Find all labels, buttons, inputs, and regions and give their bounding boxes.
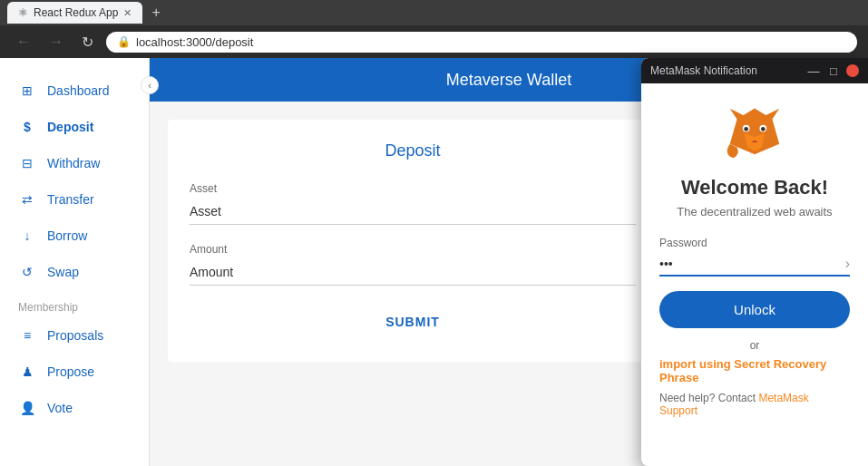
deposit-card: Deposit Asset Amount SUBMIT [168, 120, 658, 362]
app-layout: Metaverse Wallet ‹ ⊞ Dashboard $ Deposit… [0, 58, 868, 466]
sidebar-item-withdraw[interactable]: ⊟ Withdraw [0, 145, 149, 181]
amount-input[interactable] [190, 259, 636, 286]
svg-point-8 [761, 127, 766, 131]
metamask-close-button[interactable]: ✕ [846, 64, 859, 77]
withdraw-icon: ⊟ [18, 154, 36, 172]
metamask-import-link[interactable]: import using Secret Recovery Phrase [659, 357, 850, 384]
metamask-welcome-title: Welcome Back! [681, 176, 828, 199]
sidebar-label-vote: Vote [47, 401, 73, 415]
sidebar-label-deposit: Deposit [47, 120, 93, 134]
dashboard-icon: ⊞ [18, 82, 36, 100]
browser-chrome: ⚛ React Redux App ✕ + [0, 0, 868, 25]
metamask-password-wrapper: › [659, 253, 850, 277]
tab-favicon: ⚛ [18, 6, 28, 19]
sidebar-label-transfer: Transfer [47, 192, 94, 207]
metamask-body: Welcome Back! The decentralized web awai… [641, 83, 868, 466]
sidebar-label-withdraw: Withdraw [47, 156, 100, 170]
metamask-panel: MetaMask Notification — □ ✕ [641, 58, 868, 466]
transfer-icon: ⇄ [18, 190, 36, 209]
asset-label: Asset [190, 182, 636, 195]
asset-input[interactable] [190, 199, 636, 225]
sidebar-label-swap: Swap [47, 265, 79, 279]
metamask-help-text: Need help? Contact MetaMask Support [659, 392, 850, 417]
sidebar-item-borrow[interactable]: ↓ Borrow [0, 218, 149, 254]
proposals-icon: ≡ [18, 326, 36, 345]
active-tab: ⚛ React Redux App ✕ [7, 2, 142, 24]
amount-form-group: Amount [190, 243, 636, 286]
metamask-title: MetaMask Notification [650, 64, 757, 77]
back-button[interactable]: ← [11, 32, 36, 52]
browser-nav: ← → ↻ 🔒 localhost:3000/deposit [0, 25, 868, 58]
sidebar-item-propose[interactable]: ♟ Propose [0, 354, 149, 390]
refresh-button[interactable]: ↻ [76, 32, 99, 53]
metamask-password-label: Password [659, 237, 850, 249]
membership-section-label: Membership [0, 290, 149, 317]
sidebar: ‹ ⊞ Dashboard $ Deposit ⊟ Withdraw ⇄ Tra… [0, 58, 150, 466]
swap-icon: ↺ [18, 263, 36, 281]
deposit-title: Deposit [190, 141, 636, 160]
tab-title: React Redux App [34, 6, 118, 19]
sidebar-label-dashboard: Dashboard [47, 83, 110, 98]
metamask-unlock-button[interactable]: Unlock [659, 291, 850, 328]
deposit-icon: $ [18, 118, 36, 136]
lock-icon: 🔒 [117, 35, 131, 48]
app-title: Metaverse Wallet [446, 71, 571, 90]
tab-bar: ⚛ React Redux App ✕ + [7, 2, 166, 24]
metamask-minimize-button[interactable]: — [806, 63, 821, 78]
sidebar-item-swap[interactable]: ↺ Swap [0, 254, 149, 290]
sidebar-label-propose: Propose [47, 364, 94, 379]
metamask-title-bar: MetaMask Notification — □ ✕ [641, 58, 868, 83]
borrow-icon: ↓ [18, 227, 36, 245]
asset-form-group: Asset [190, 182, 636, 225]
sidebar-item-transfer[interactable]: ⇄ Transfer [0, 181, 149, 218]
metamask-welcome-subtitle: The decentralized web awaits [677, 205, 832, 218]
sidebar-item-proposals[interactable]: ≡ Proposals [0, 317, 149, 354]
svg-point-7 [744, 127, 748, 131]
metamask-maximize-button[interactable]: □ [826, 63, 841, 78]
sidebar-item-deposit[interactable]: $ Deposit [0, 109, 149, 145]
metamask-fox-logo [718, 102, 791, 165]
vote-icon: 👤 [18, 399, 36, 417]
forward-button[interactable]: → [44, 32, 69, 52]
sidebar-toggle-button[interactable]: ‹ [141, 76, 159, 94]
metamask-or-text: or [750, 339, 760, 352]
sidebar-label-proposals: Proposals [47, 328, 103, 343]
metamask-password-input[interactable] [659, 253, 845, 275]
address-text: localhost:3000/deposit [136, 35, 253, 49]
sidebar-nav: ⊞ Dashboard $ Deposit ⊟ Withdraw ⇄ Trans… [0, 73, 149, 426]
tab-close-button[interactable]: ✕ [123, 7, 132, 19]
metamask-window-controls: — □ ✕ [806, 63, 859, 78]
metamask-show-password-button[interactable]: › [845, 256, 850, 272]
address-bar[interactable]: 🔒 localhost:3000/deposit [106, 32, 857, 53]
sidebar-item-dashboard[interactable]: ⊞ Dashboard [0, 73, 149, 109]
propose-icon: ♟ [18, 363, 36, 381]
sidebar-item-vote[interactable]: 👤 Vote [0, 390, 149, 426]
submit-button[interactable]: SUBMIT [190, 304, 636, 340]
sidebar-label-borrow: Borrow [47, 228, 87, 243]
amount-label: Amount [190, 243, 636, 256]
new-tab-button[interactable]: + [146, 3, 165, 23]
